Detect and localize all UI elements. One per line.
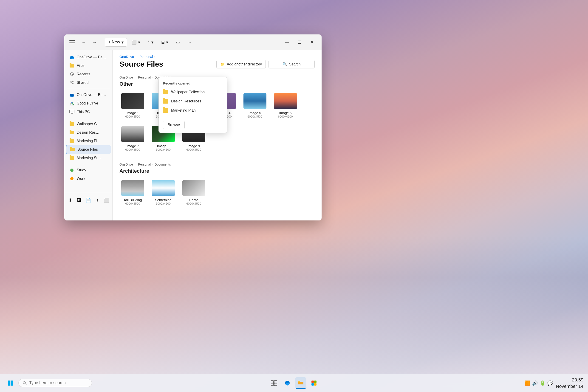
add-directory-button[interactable]: 📁 Add another directory (216, 60, 266, 68)
download-sidebar-icon[interactable]: ⬇ (66, 196, 74, 204)
svg-point-6 (70, 82, 72, 82)
file-item-image6[interactable]: Image 6 6000x4500 (272, 91, 298, 120)
svg-rect-29 (271, 383, 274, 386)
copy-button[interactable]: ⬜ ▾ (128, 38, 143, 46)
title-bar: ← → + New ▾ ⬜ ▾ ↕ ▾ ⊞ ▾ (64, 34, 322, 50)
sidebar-item-onedrive-business[interactable]: OneDrive — Business (66, 91, 111, 99)
music-sidebar-icon[interactable]: ♪ (93, 196, 101, 204)
marketing-folder-icon (69, 138, 74, 144)
edge-button[interactable] (282, 377, 293, 389)
store-button[interactable] (308, 377, 320, 389)
sidebar-item-recents[interactable]: Recents (66, 70, 111, 78)
task-view-button[interactable] (268, 377, 280, 389)
svg-point-8 (72, 83, 73, 84)
section-arch-bc-sep: › (152, 162, 153, 166)
file-item-image1[interactable]: Image 1 6000x4500 (120, 91, 146, 120)
sidebar-item-shared[interactable]: Shared (66, 78, 111, 87)
gdrive-label: Google Drive (77, 101, 107, 106)
design-label: Design Resources (77, 130, 101, 134)
wifi-icon[interactable]: 📶 (524, 380, 530, 386)
maximize-button[interactable]: ☐ (294, 38, 306, 47)
section-arch-menu[interactable]: ··· (308, 164, 316, 172)
minimize-button[interactable]: — (281, 38, 293, 47)
file-item-something[interactable]: Something 6000x4500 (150, 178, 176, 207)
sidebar-item-gdrive[interactable]: Google Drive (66, 99, 111, 108)
svg-rect-21 (8, 380, 10, 383)
dropdown-wallpaper-label: Wallpaper Collection (171, 90, 205, 94)
taskbar-right: 📶 🔊 🔋 💬 20:59 November 14 (524, 376, 584, 390)
study-label: Study (77, 168, 107, 172)
file-item-tall-building[interactable]: Tall Building 6000x4500 (120, 178, 146, 207)
sidebar-item-files[interactable]: Files (66, 62, 111, 70)
search-button[interactable]: 🔍 Search (268, 60, 315, 68)
file-name-something: Something (155, 198, 172, 202)
dropdown-item-marketing[interactable]: Marketing Plan (159, 106, 227, 115)
section-other-menu[interactable]: ··· (308, 76, 316, 85)
recents-icon (69, 72, 74, 77)
gdrive-icon (69, 101, 74, 106)
sidebar-item-sourcefiles[interactable]: Source Files 📌 (66, 145, 111, 154)
files-label: Files (77, 64, 107, 68)
battery-icon[interactable]: 🔋 (540, 380, 546, 386)
sidebar-item-study[interactable]: Study (66, 166, 111, 174)
view-chevron: ▾ (166, 40, 168, 45)
photo-sidebar-icon[interactable]: 🖼 (75, 196, 83, 204)
forward-button[interactable]: → (90, 38, 99, 47)
doc-sidebar-icon[interactable]: 📄 (84, 196, 92, 204)
close-button[interactable]: ✕ (306, 38, 318, 47)
breadcrumb-onedrive[interactable]: OneDrive — Personal (120, 55, 153, 58)
onedrive-personal-icon (69, 55, 74, 60)
wallpaper-label: Wallpaper Collection (77, 122, 101, 126)
view-button[interactable]: ⊞ ▾ (158, 38, 171, 46)
mktgstrategy-label: Marketing Strategy (77, 156, 101, 160)
thumb-tall-building (121, 180, 144, 196)
more-button[interactable]: ··· (184, 38, 194, 46)
file-item-image5[interactable]: Image 5 6000x4500 (242, 91, 268, 120)
sidebar-item-marketing[interactable]: Marketing Plan 📌 (66, 137, 111, 145)
thumb-photo (182, 180, 205, 196)
work-dot-icon (69, 176, 74, 181)
new-label: + New (108, 40, 120, 44)
browse-button[interactable]: Browse (163, 121, 185, 129)
sidebar-item-this-pc[interactable]: This PC (66, 108, 111, 116)
sort-icon: ↕ (148, 40, 150, 44)
pane-button[interactable]: ▭ (173, 38, 183, 46)
sidebar-item-design[interactable]: Design Resources 📌 (66, 128, 111, 137)
sidebar: OneDrive — Personal Files (64, 50, 112, 220)
dropdown-marketing-label: Marketing Plan (171, 108, 196, 112)
breadcrumb-sep-1: › (154, 55, 155, 58)
add-directory-dropdown: Recently opened Wallpaper Collection Des… (158, 77, 228, 133)
svg-point-13 (70, 94, 74, 96)
start-button[interactable] (4, 377, 16, 389)
notification-icon[interactable]: 💬 (547, 380, 553, 386)
back-button[interactable]: ← (79, 38, 89, 47)
sidebar-item-onedrive-personal[interactable]: OneDrive — Personal (66, 53, 111, 61)
time-display[interactable]: 20:59 November 14 (556, 376, 584, 390)
dropdown-item-wallpaper[interactable]: Wallpaper Collection (159, 88, 227, 97)
new-button[interactable]: + New ▾ (105, 38, 127, 46)
app-sidebar-icon[interactable]: ⬜ (102, 196, 110, 204)
sort-button[interactable]: ↕ ▾ (145, 38, 157, 46)
section-architecture: OneDrive — Personal › Documents Architec… (112, 158, 322, 212)
volume-icon[interactable]: 🔊 (532, 380, 538, 386)
sidebar-item-work[interactable]: Work (66, 174, 111, 183)
file-item-image7[interactable]: Image 7 6000x4500 (120, 124, 146, 153)
copy-icon: ⬜ (132, 40, 137, 45)
onedrive-personal-label: OneDrive — Personal (77, 55, 107, 59)
taskbar-search[interactable]: Type here to search (18, 379, 92, 387)
file-size-image7: 6000x4500 (125, 148, 140, 151)
sidebar-item-mktgstrategy[interactable]: Marketing Strategy 📌 (66, 154, 111, 162)
dropdown-item-design[interactable]: Design Resources (159, 97, 227, 106)
dropdown-design-icon (163, 99, 168, 104)
file-item-photo[interactable]: Photo 6000x4500 (180, 178, 207, 207)
divider-2 (67, 118, 110, 118)
view-icon: ⊞ (161, 40, 165, 45)
file-explorer-button[interactable] (295, 377, 306, 389)
svg-rect-22 (10, 380, 13, 383)
svg-rect-23 (8, 383, 10, 386)
file-name-photo: Photo (189, 198, 198, 202)
sidebar-item-wallpaper[interactable]: Wallpaper Collection 📌 (66, 120, 111, 128)
hamburger-menu[interactable] (68, 38, 76, 46)
files-icon (69, 63, 74, 68)
shared-label: Shared (77, 80, 107, 85)
